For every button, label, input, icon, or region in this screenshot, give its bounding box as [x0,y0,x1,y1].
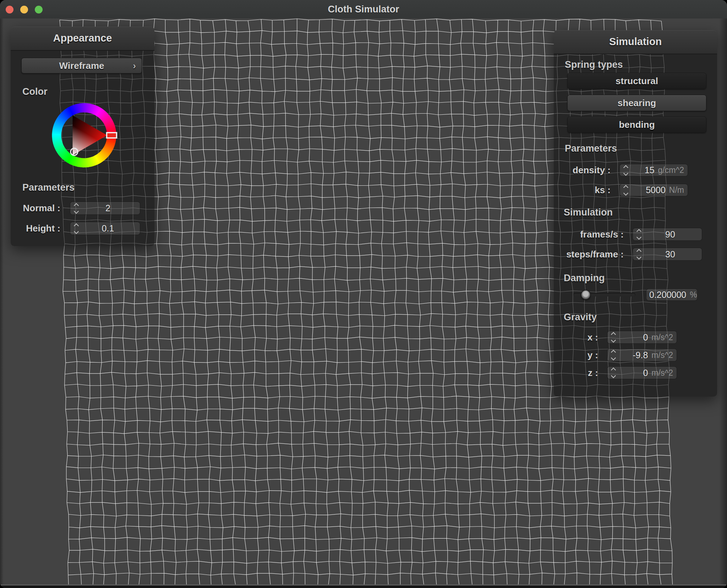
gravity-z-field[interactable]: 0 m/s^2 [607,366,677,379]
frames-field[interactable]: 90 [633,228,702,241]
chevron-right-icon: › [133,58,136,73]
normal-value: 2 [80,203,136,213]
simulation-panel: Simulation Spring types structural shear… [554,30,717,397]
hue-marker [107,133,117,138]
density-value: 15 [629,165,655,175]
density-field[interactable]: 15 g/cm^2 [619,164,688,176]
window-title: Cloth Simulator [0,0,727,18]
appearance-panel-title: Appearance [11,27,154,49]
appearance-panel: Appearance Wireframe › Color Parameters … [11,27,154,246]
viewport-right-shade [719,18,727,584]
spinner-up-down-icon[interactable] [610,368,617,377]
damping-value: 0.200000 [649,290,686,300]
gravity-x-field[interactable]: 0 m/s^2 [607,331,677,344]
damping-unit: % [690,290,697,300]
viewport-left-shade [0,18,4,584]
spinner-up-down-icon[interactable] [636,230,642,239]
height-label: Height : [11,222,60,235]
ks-label: ks : [554,184,611,196]
frames-label: frames/s : [554,228,624,241]
spinner-up-down-icon[interactable] [73,224,80,233]
gravity-y-label: y : [554,349,598,361]
spring-structural-button[interactable]: structural [567,73,706,89]
spinner-up-down-icon[interactable] [623,166,629,175]
gravity-x-unit: m/s^2 [651,333,673,342]
sim-parameters-label: Parameters [565,143,617,154]
spring-types-label: Spring types [565,59,623,70]
spinner-up-down-icon[interactable] [610,350,617,360]
ks-field[interactable]: 5000 N/m [619,184,688,196]
frames-value: 90 [642,229,698,240]
spinner-up-down-icon[interactable] [636,250,642,259]
height-value: 0.1 [80,223,136,234]
damping-value-box[interactable]: 0.200000 % [646,289,698,301]
ks-value: 5000 [629,185,666,195]
simulation-panel-title: Simulation [554,30,717,53]
gravity-z-value: 0 [617,368,648,378]
render-mode-dropdown[interactable]: Wireframe › [21,58,142,74]
titlebar[interactable]: Cloth Simulator [0,0,727,19]
app-window: Cloth Simulator Appearance Wireframe › C… [0,0,727,588]
color-wheel[interactable] [43,94,125,176]
gravity-z-unit: m/s^2 [651,368,673,378]
steps-value: 30 [642,249,698,260]
gravity-x-value: 0 [617,332,648,343]
gravity-y-unit: m/s^2 [651,350,673,360]
gravity-z-label: z : [554,366,598,379]
spinner-up-down-icon[interactable] [623,186,629,195]
simulation-panel-header[interactable]: Simulation [554,30,717,54]
density-label: density : [554,164,611,176]
steps-field[interactable]: 30 [633,248,702,261]
normal-field[interactable]: 2 [70,202,140,215]
density-unit: g/cm^2 [658,165,684,175]
damping-slider[interactable] [573,288,635,301]
spinner-up-down-icon[interactable] [73,204,80,213]
render-mode-label: Wireframe [59,60,104,71]
appearance-panel-header[interactable]: Appearance [11,27,154,51]
normal-label: Normal : [11,202,60,215]
spinner-up-down-icon[interactable] [610,333,617,342]
cloth-viewport[interactable]: Appearance Wireframe › Color Parameters … [0,18,727,584]
spring-bending-button[interactable]: bending [567,116,706,133]
window-bottom-edge [0,584,727,588]
gravity-x-label: x : [554,331,598,344]
slider-knob[interactable] [581,290,591,300]
height-field[interactable]: 0.1 [70,222,140,235]
gravity-y-value: -9.8 [617,350,648,360]
spring-shearing-button[interactable]: shearing [567,95,706,111]
damping-label: Damping [564,273,605,284]
steps-label: steps/frame : [554,248,624,261]
ks-unit: N/m [669,185,684,195]
simulation-section-label: Simulation [564,207,613,218]
appearance-parameters-label: Parameters [22,182,75,193]
gravity-label: Gravity [564,312,597,323]
gravity-y-field[interactable]: -9.8 m/s^2 [607,349,677,361]
